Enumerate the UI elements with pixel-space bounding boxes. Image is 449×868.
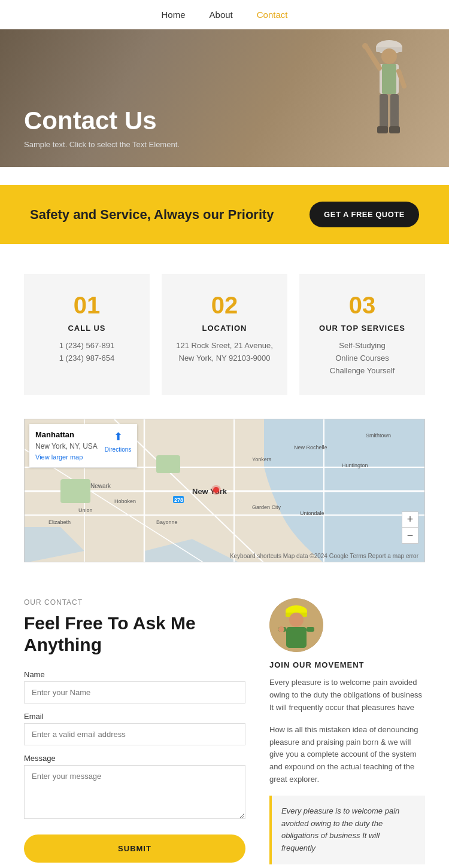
svg-point-38 [211,485,221,495]
svg-text:Garden City: Garden City [252,504,281,510]
email-input[interactable] [24,723,245,745]
message-form-group: Message [24,754,245,821]
card-text-1: 1 (234) 567-891 1 (234) 987-654 [36,340,138,365]
card-num-2: 02 [174,292,275,319]
hero-subtitle: Sample text. Click to select the Text El… [24,140,425,149]
hero-title: Contact Us [24,106,425,135]
nav-about[interactable]: About [210,10,233,20]
svg-text:Newark: Newark [90,483,111,489]
svg-text:278: 278 [174,497,183,503]
svg-text:Bayonne: Bayonne [156,519,178,525]
message-label: Message [24,754,245,763]
navbar: Home About Contact [0,0,449,29]
card-title-1: CALL US [36,324,138,333]
map-place-name: Manhattan [35,429,98,441]
info-cards-section: 01 CALL US 1 (234) 567-891 1 (234) 987-6… [0,262,449,419]
info-card-call: 01 CALL US 1 (234) 567-891 1 (234) 987-6… [24,274,150,395]
card-text-3: Self-Studying Online Courses Challenge Y… [311,340,413,377]
svg-rect-45 [286,627,307,648]
email-label: Email [24,712,245,721]
svg-rect-23 [156,455,180,473]
email-form-group: Email [24,712,245,745]
svg-text:Huntington: Huntington [342,462,368,468]
quote-block: Every pleasure is to welcome pain avoide… [269,796,425,864]
info-card-location: 02 LOCATION 121 Rock Sreet, 21 Avenue, N… [162,274,287,395]
submit-button[interactable]: SUBMIT [24,835,245,863]
info-card-services: 03 OUR TOP SERVICES Self-Studying Online… [299,274,425,395]
svg-text:Elizabeth: Elizabeth [48,519,71,525]
map-popup: Manhattan New York, NY, USA View larger … [29,424,137,467]
svg-rect-22 [60,479,90,503]
banner-text: Safety and Service, Always our Priority [30,207,274,223]
map-view-larger[interactable]: View larger map [35,453,83,461]
card-num-3: 03 [311,292,413,319]
svg-rect-4 [382,64,396,94]
map-zoom-controls: + − [402,511,418,544]
hero-content: Contact Us Sample text. Click to select … [24,106,425,149]
right-para1: Every pleasure is to welcome pain avoide… [269,677,425,714]
map-section: New York Newark Paterson Yonkers New Roc… [0,419,449,586]
svg-text:New York: New York [192,487,227,496]
svg-line-7 [399,71,404,86]
contact-right-column: JOIN OUR MOVEMENT Every pleasure is to w… [269,598,425,864]
card-text-2: 121 Rock Sreet, 21 Avenue, New York, NY … [174,340,275,365]
svg-text:Hoboken: Hoboken [114,498,136,504]
card-num-1: 01 [36,292,138,319]
nav-contact[interactable]: Contact [257,10,288,20]
worker-avatar [269,598,323,652]
svg-point-6 [362,43,368,49]
svg-rect-47 [307,627,314,632]
worker-avatar-image [269,598,323,652]
message-textarea[interactable] [24,765,245,819]
map-footer-text: Keyboard shortcuts Map data ©2024 Google… [230,553,418,559]
svg-point-48 [278,626,284,632]
map-container[interactable]: New York Newark Paterson Yonkers New Roc… [24,419,425,562]
svg-point-2 [381,48,397,64]
name-form-group: Name [24,670,245,703]
hero-section: Contact Us Sample text. Click to select … [0,29,449,167]
svg-text:New Rochelle: New Rochelle [294,444,327,450]
nav-home[interactable]: Home [162,10,186,20]
card-title-3: OUR TOP SERVICES [311,324,413,333]
map-zoom-out[interactable]: − [402,528,418,543]
svg-text:Union: Union [78,507,93,513]
get-quote-button[interactable]: GET A FREE QUOTE [310,202,419,227]
name-label: Name [24,670,245,679]
contact-section: OUR CONTACT Feel Free To Ask Me Anything… [0,586,449,868]
banner-section: Safety and Service, Always our Priority … [0,185,449,244]
svg-text:Uniondale: Uniondale [300,510,324,516]
svg-point-44 [289,613,304,627]
svg-text:Yonkers: Yonkers [252,456,272,462]
svg-text:Smithtown: Smithtown [366,433,391,438]
map-zoom-in[interactable]: + [402,512,418,528]
contact-heading: Feel Free To Ask Me Anything [24,613,245,656]
map-place-sub: New York, NY, USA [35,441,98,452]
name-input[interactable] [24,681,245,703]
our-contact-label: OUR CONTACT [24,598,245,607]
card-title-2: LOCATION [174,324,275,333]
join-label: JOIN OUR MOVEMENT [269,660,425,669]
right-para2: How is all this mistaken idea of denounc… [269,724,425,786]
contact-form-column: OUR CONTACT Feel Free To Ask Me Anything… [24,598,245,864]
